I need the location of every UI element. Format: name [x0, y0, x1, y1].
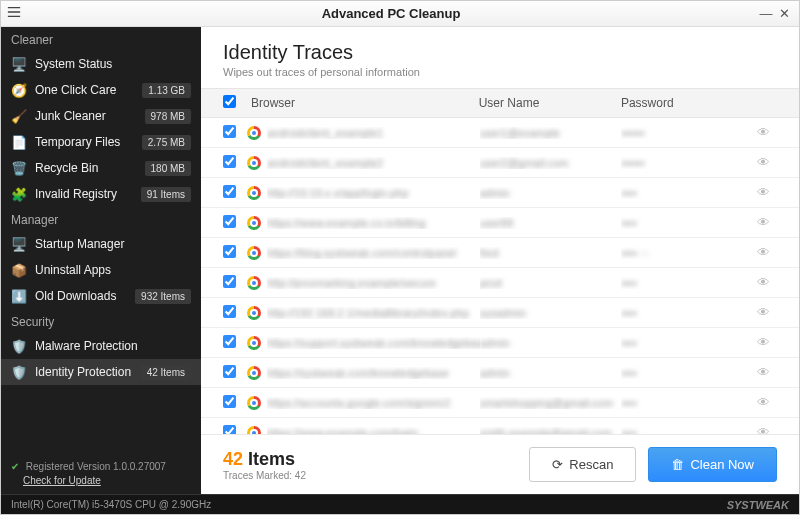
- row-checkbox[interactable]: [223, 125, 236, 138]
- minimize-button[interactable]: ―: [757, 6, 775, 21]
- page-title: Identity Traces: [223, 41, 777, 64]
- sidebar-item-label: Malware Protection: [35, 339, 191, 353]
- clean-now-button[interactable]: 🗑 Clean Now: [648, 447, 777, 482]
- sidebar-item-label: System Status: [35, 57, 191, 71]
- row-url: http://192.168.2.1/mediallibrary/index.p…: [267, 307, 480, 319]
- row-password: ••••: [621, 277, 749, 289]
- table-row: androidclient_example2user2@gmail.com•••…: [201, 148, 799, 178]
- close-button[interactable]: ✕: [775, 6, 793, 21]
- row-checkbox[interactable]: [223, 155, 236, 168]
- sidebar-item-icon: 🛡️: [11, 364, 27, 380]
- chrome-icon: [247, 186, 267, 200]
- reveal-password-icon[interactable]: 👁: [749, 425, 777, 434]
- sidebar-item-badge: 180 MB: [145, 161, 191, 176]
- row-checkbox[interactable]: [223, 365, 236, 378]
- sidebar-item-malware-protection[interactable]: 🛡️Malware Protection: [1, 333, 201, 359]
- sidebar-item-badge: 42 Items: [141, 365, 191, 380]
- sidebar-item-label: Identity Protection: [35, 365, 133, 379]
- sidebar-item-label: Old Downloads: [35, 289, 127, 303]
- sidebar-item-invalid-registry[interactable]: 🧩Invalid Registry91 Items: [1, 181, 201, 207]
- table-row: http://10.10.x.x/app/login.phpadmin••••👁: [201, 178, 799, 208]
- sidebar-item-badge: 1.13 GB: [142, 83, 191, 98]
- row-password: ••••: [621, 187, 749, 199]
- sidebar-item-junk-cleaner[interactable]: 🧹Junk Cleaner978 MB: [1, 103, 201, 129]
- items-count: 42 Items: [223, 449, 306, 470]
- rescan-button[interactable]: ⟳ Rescan: [529, 447, 636, 482]
- sidebar-item-icon: 🖥️: [11, 236, 27, 252]
- sidebar-item-icon: 🧭: [11, 82, 27, 98]
- row-password: •••• ···: [621, 247, 749, 259]
- row-checkbox[interactable]: [223, 245, 236, 258]
- row-url: http://proxmarking.example/secure: [267, 277, 480, 289]
- chrome-icon: [247, 276, 267, 290]
- col-password: Password: [621, 96, 749, 110]
- sidebar-item-icon: 🧹: [11, 108, 27, 124]
- row-username: admin: [480, 367, 622, 379]
- sidebar-item-one-click-care[interactable]: 🧭One Click Care1.13 GB: [1, 77, 201, 103]
- sidebar-item-icon: 📦: [11, 262, 27, 278]
- row-url: https://accounts.google.com/signin/v2: [267, 397, 480, 409]
- table-row: https://www.example.com/loginsmith.examp…: [201, 418, 799, 434]
- reveal-password-icon[interactable]: 👁: [749, 245, 777, 260]
- sidebar-item-label: Invalid Registry: [35, 187, 133, 201]
- table-body: androidclient_example1user1@example•••••…: [201, 118, 799, 434]
- registration-info: ✔ Registered Version 1.0.0.27007 Check f…: [1, 453, 201, 494]
- sidebar-item-identity-protection[interactable]: 🛡️Identity Protection42 Items: [1, 359, 201, 385]
- sidebar-item-icon: 🛡️: [11, 338, 27, 354]
- menu-icon[interactable]: [7, 5, 25, 23]
- row-checkbox[interactable]: [223, 215, 236, 228]
- window-title: Advanced PC Cleanup: [25, 6, 757, 21]
- check-update-link[interactable]: Check for Update: [23, 475, 191, 486]
- row-password: ••••: [621, 307, 749, 319]
- row-checkbox[interactable]: [223, 335, 236, 348]
- row-checkbox[interactable]: [223, 425, 236, 434]
- col-user: User Name: [479, 96, 621, 110]
- sidebar-item-uninstall-apps[interactable]: 📦Uninstall Apps: [1, 257, 201, 283]
- row-username: admin: [480, 337, 622, 349]
- reveal-password-icon[interactable]: 👁: [749, 335, 777, 350]
- sidebar-group-label: Cleaner: [1, 27, 201, 51]
- sidebar-item-system-status[interactable]: 🖥️System Status: [1, 51, 201, 77]
- table-header: Browser User Name Password: [201, 88, 799, 118]
- chrome-icon: [247, 246, 267, 260]
- sidebar-item-badge: 2.75 MB: [142, 135, 191, 150]
- row-checkbox[interactable]: [223, 395, 236, 408]
- table-row: https://accounts.google.com/signin/v2sma…: [201, 388, 799, 418]
- chrome-icon: [247, 306, 267, 320]
- row-password: ••••: [621, 337, 749, 349]
- chrome-icon: [247, 336, 267, 350]
- row-url: https://www.example.co.in/billing: [267, 217, 480, 229]
- reveal-password-icon[interactable]: 👁: [749, 215, 777, 230]
- reveal-password-icon[interactable]: 👁: [749, 185, 777, 200]
- row-url: https://www.example.com/login: [267, 427, 480, 435]
- row-checkbox[interactable]: [223, 305, 236, 318]
- sidebar-item-startup-manager[interactable]: 🖥️Startup Manager: [1, 231, 201, 257]
- row-url: http://10.10.x.x/app/login.php: [267, 187, 480, 199]
- sidebar-item-temporary-files[interactable]: 📄Temporary Files2.75 MB: [1, 129, 201, 155]
- reveal-password-icon[interactable]: 👁: [749, 125, 777, 140]
- chrome-icon: [247, 396, 267, 410]
- reveal-password-icon[interactable]: 👁: [749, 395, 777, 410]
- trash-icon: 🗑: [671, 457, 684, 472]
- chrome-icon: [247, 216, 267, 230]
- row-checkbox[interactable]: [223, 275, 236, 288]
- select-all-checkbox[interactable]: [223, 95, 236, 108]
- col-browser: Browser: [247, 96, 479, 110]
- row-username: smith.example@gmail.com: [480, 427, 622, 435]
- row-password: ••••••: [621, 157, 749, 169]
- reveal-password-icon[interactable]: 👁: [749, 305, 777, 320]
- row-username: prod: [480, 277, 622, 289]
- sidebar-item-badge: 978 MB: [145, 109, 191, 124]
- sidebar-item-old-downloads[interactable]: ⬇️Old Downloads932 Items: [1, 283, 201, 309]
- reveal-password-icon[interactable]: 👁: [749, 275, 777, 290]
- sidebar-item-label: Startup Manager: [35, 237, 191, 251]
- row-password: ••••: [621, 397, 749, 409]
- table-row: https://blog.systweak.com/controlpanelfr…: [201, 238, 799, 268]
- registered-text: Registered Version 1.0.0.27007: [26, 461, 166, 472]
- sidebar-item-icon: ⬇️: [11, 288, 27, 304]
- reveal-password-icon[interactable]: 👁: [749, 155, 777, 170]
- brand-logo: SYSTWEAK: [727, 499, 789, 511]
- row-checkbox[interactable]: [223, 185, 236, 198]
- sidebar-item-recycle-bin[interactable]: 🗑️Recycle Bin180 MB: [1, 155, 201, 181]
- reveal-password-icon[interactable]: 👁: [749, 365, 777, 380]
